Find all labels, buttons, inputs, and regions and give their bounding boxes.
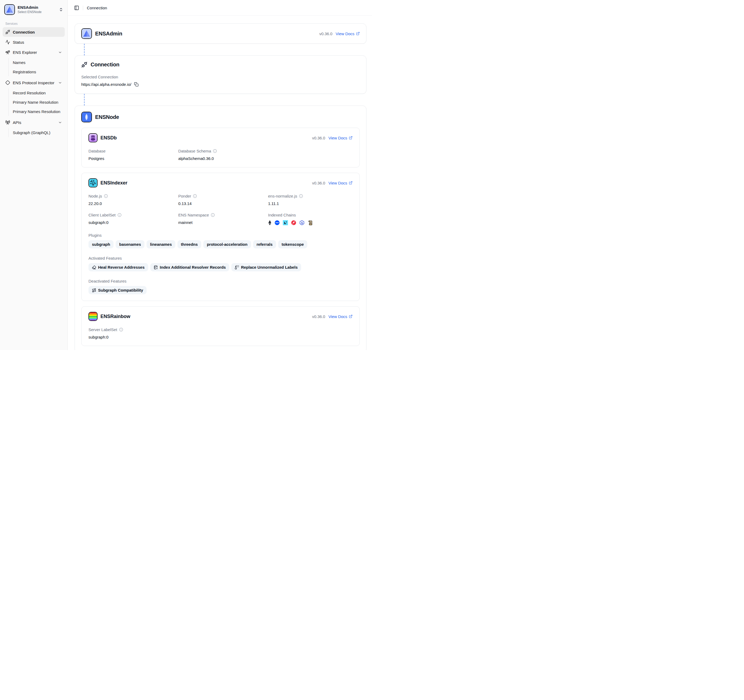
ens-namespace-label: ENS Namespace	[178, 213, 263, 217]
ensnode-logo-icon	[81, 112, 92, 122]
chevron-down-icon[interactable]	[58, 121, 62, 125]
ensindexer-card: ENSIndexer v0.36.0 View Docs N	[81, 173, 360, 301]
external-link-icon	[349, 314, 353, 318]
ensindexer-version: v0.36.0	[312, 181, 325, 185]
ensnode-card-title: ENSNode	[95, 114, 119, 120]
plugin-chip: basenames	[116, 240, 144, 249]
database-schema-label: Database Schema	[178, 149, 263, 153]
copy-icon[interactable]	[134, 82, 138, 86]
ensrainbow-title: ENSRainbow	[100, 314, 130, 319]
replace-icon	[235, 265, 239, 270]
main-area: Connection ENSAdmin v0.36.0	[68, 0, 372, 350]
app-subtitle: Select ENSNode	[18, 10, 56, 14]
radio-tower-icon	[5, 120, 10, 125]
dashed-connector	[84, 44, 85, 55]
selected-connection-label: Selected Connection	[81, 74, 360, 79]
chevrons-up-down-icon[interactable]	[59, 7, 63, 12]
unplug-icon	[81, 61, 88, 68]
info-icon[interactable]	[104, 194, 108, 198]
sidebar-nav: Connection Status ENS Explorer Names Reg…	[3, 27, 65, 138]
ensdb-view-docs-link[interactable]: View Docs	[328, 136, 353, 140]
indexed-chains-label: Indexed Chains	[268, 213, 353, 217]
ensrainbow-version: v0.36.0	[312, 314, 325, 319]
deactivated-features-label: Deactivated Features	[88, 279, 353, 283]
sidebar-item-status[interactable]: Status	[3, 37, 65, 47]
plugin-chip: threedns	[177, 240, 201, 249]
ens-normalize-label: ens-normalize.js	[268, 194, 353, 198]
ensrainbow-view-docs-link[interactable]: View Docs	[328, 314, 353, 319]
ensrainbow-logo-icon	[88, 312, 98, 321]
protocol-inspector-subnav: Record Resolution Primary Name Resolutio…	[8, 88, 65, 116]
info-icon[interactable]	[119, 328, 123, 332]
feature-chip: Index Additional Resolver Records	[150, 263, 229, 271]
ensnode-selector[interactable]: ENSAdmin Select ENSNode	[3, 3, 65, 16]
client-labelset-label: Client LabelSet	[88, 213, 173, 217]
ensadmin-view-docs-link[interactable]: View Docs	[335, 31, 360, 36]
linea-chain-icon	[283, 220, 288, 225]
plugins-label: Plugins	[88, 233, 353, 237]
database-schema-value: alphaSchema0.36.0	[178, 156, 263, 161]
connection-url: https://api.alpha.ensnode.io/	[81, 82, 131, 86]
plugin-chip: subgraph	[88, 240, 113, 249]
plugin-chip: protocol-acceleration	[203, 240, 251, 249]
info-icon[interactable]	[299, 194, 303, 198]
scroll-chain-icon	[308, 220, 313, 225]
external-link-icon	[349, 136, 353, 140]
activated-features-list: Heal Reverse Addresses Index Additional …	[88, 263, 353, 271]
info-icon[interactable]	[193, 194, 197, 198]
external-link-icon	[356, 32, 360, 36]
app-name: ENSAdmin	[18, 5, 56, 10]
base-chain-icon	[274, 220, 280, 225]
deactivated-features-list: Subgraph Compatibility	[88, 286, 353, 294]
ponder-value: 0.13.14	[178, 201, 263, 206]
ens-namespace-value: mainnet	[178, 220, 263, 225]
ensdb-logo-icon	[88, 133, 98, 142]
ensrainbow-card: ENSRainbow v0.36.0 View Docs Se	[81, 306, 360, 346]
sidebar-item-primary-name-resolution[interactable]: Primary Name Resolution	[10, 98, 65, 107]
external-link-icon	[349, 181, 353, 185]
sidebar-item-names[interactable]: Names	[10, 58, 65, 67]
topbar-divider	[83, 6, 83, 10]
activated-features-label: Activated Features	[88, 256, 353, 261]
sidebar-item-subgraph-graphql[interactable]: Subgraph (GraphQL)	[10, 128, 65, 137]
chevron-down-icon[interactable]	[58, 81, 62, 85]
plugin-chip: tokenscope	[278, 240, 307, 249]
feature-chip: Replace Unnormalized Labels	[231, 263, 301, 271]
ensadmin-card: ENSAdmin v0.36.0 View Docs	[74, 24, 366, 44]
ens-explorer-subnav: Names Registrations	[8, 58, 65, 76]
ensdb-title: ENSDb	[100, 135, 117, 141]
diamond-icon	[5, 80, 10, 85]
ensindexer-view-docs-link[interactable]: View Docs	[328, 181, 353, 185]
ens-normalize-value: 1.11.1	[268, 201, 353, 206]
dashed-connector	[84, 94, 85, 106]
ensindexer-logo-icon	[88, 178, 98, 188]
connection-card-title: Connection	[91, 61, 119, 68]
sidebar-item-record-resolution[interactable]: Record Resolution	[10, 88, 65, 97]
arbitrum-chain-icon	[299, 220, 305, 225]
sidebar-item-ens-protocol-inspector[interactable]: ENS Protocol Inspector	[3, 78, 65, 88]
ensdb-version: v0.36.0	[312, 136, 325, 140]
sidebar-item-ens-explorer[interactable]: ENS Explorer	[3, 48, 65, 57]
route-icon	[92, 288, 96, 292]
client-labelset-value: subgraph:0	[88, 220, 173, 225]
apis-subnav: Subgraph (GraphQL)	[8, 128, 65, 137]
sidebar-item-primary-names-resolution[interactable]: Primary Names Resolution	[10, 107, 65, 116]
sidebar-item-registrations[interactable]: Registrations	[10, 67, 65, 76]
feature-chip: Subgraph Compatibility	[88, 286, 147, 294]
sidebar-item-apis[interactable]: APIs	[3, 118, 65, 127]
database-plus-icon	[154, 265, 158, 270]
server-labelset-label: Server LabelSet	[88, 327, 173, 332]
unplug-icon	[5, 30, 10, 34]
sidebar-toggle-icon[interactable]	[74, 5, 79, 10]
nodejs-label: Node.js	[88, 194, 173, 198]
ensindexer-title: ENSIndexer	[100, 180, 127, 186]
eraser-icon	[92, 265, 96, 270]
info-icon[interactable]	[118, 213, 122, 217]
sidebar-item-connection[interactable]: Connection	[3, 27, 65, 37]
info-icon[interactable]	[211, 213, 215, 217]
info-icon[interactable]	[213, 149, 217, 153]
connection-card: Connection Selected Connection https://a…	[74, 55, 366, 94]
chevron-down-icon[interactable]	[58, 51, 62, 54]
ensadmin-version: v0.36.0	[319, 31, 332, 36]
ethereum-chain-icon	[268, 220, 272, 225]
